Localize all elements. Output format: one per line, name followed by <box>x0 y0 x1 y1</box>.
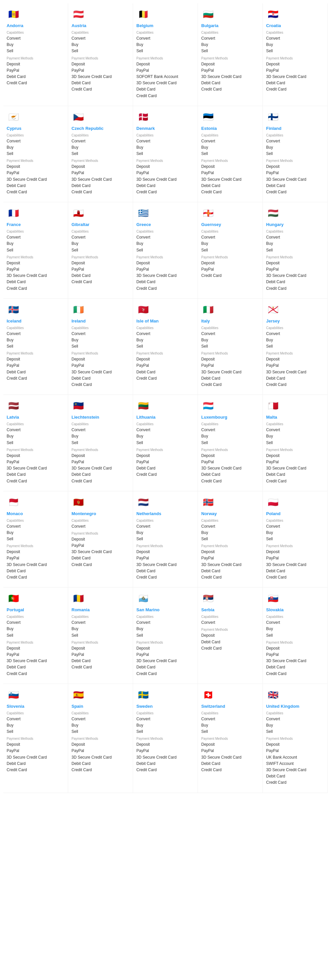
country-name[interactable]: Serbia <box>201 607 259 612</box>
country-card: 🇯🇪JerseyCapabilitiesConvertBuySellPaymen… <box>263 299 328 395</box>
capabilities-list: Convert <box>201 619 259 626</box>
payment-item: 3D Secure Credit Card <box>201 177 259 183</box>
capability-item: Convert <box>72 331 130 337</box>
payment-item: 3D Secure Credit Card <box>72 74 130 80</box>
capabilities-list: ConvertBuySell <box>136 35 194 54</box>
payment-item: Deposit <box>201 164 259 170</box>
country-name[interactable]: Isle of Man <box>136 318 194 323</box>
country-name[interactable]: Jersey <box>266 318 324 323</box>
country-name[interactable]: Monaco <box>6 511 64 516</box>
country-name[interactable]: Malta <box>266 415 324 420</box>
country-name[interactable]: Liechtenstein <box>72 415 130 420</box>
capability-item: Sell <box>266 151 324 157</box>
payment-item: Credit Card <box>201 478 259 484</box>
payment-item: Deposit <box>201 632 259 639</box>
country-name[interactable]: United Kingdom <box>266 704 324 709</box>
payment-methods-label: Payment Methods <box>136 448 194 452</box>
payment-methods-label: Payment Methods <box>201 448 259 452</box>
country-name[interactable]: France <box>6 222 64 227</box>
capability-item: Sell <box>72 343 130 350</box>
country-name[interactable]: Austria <box>72 23 130 28</box>
capability-item: Convert <box>201 138 259 145</box>
country-card: 🇬🇬GuernseyCapabilitiesConvertBuySellPaym… <box>198 202 263 299</box>
capability-item: Buy <box>266 240 324 247</box>
capability-item: Convert <box>266 234 324 240</box>
country-name[interactable]: Poland <box>266 511 324 516</box>
country-name[interactable]: Ireland <box>72 318 130 323</box>
capability-item: Sell <box>136 632 194 639</box>
country-name[interactable]: Luxembourg <box>201 415 259 420</box>
country-name[interactable]: San Marino <box>136 607 194 612</box>
country-name[interactable]: Bulgaria <box>201 23 259 28</box>
country-name[interactable]: Romania <box>72 607 130 612</box>
capabilities-label: Capabilities <box>72 519 130 522</box>
country-name[interactable]: Croatia <box>266 23 324 28</box>
payment-methods-label: Payment Methods <box>6 448 64 452</box>
country-name[interactable]: Denmark <box>136 126 194 131</box>
country-name[interactable]: Slovakia <box>266 607 324 612</box>
country-flag: 🇸🇪 <box>136 688 150 702</box>
country-flag: 🇮🇸 <box>6 303 21 317</box>
payment-item: PayPal <box>6 555 64 562</box>
country-name[interactable]: Gibraltar <box>72 222 130 227</box>
payment-methods-list: DepositPayPal3D Secure Credit CardDebit … <box>6 260 64 292</box>
capabilities-label: Capabilities <box>72 615 130 619</box>
country-card: 🇵🇱PolandCapabilitiesConvertBuySellPaymen… <box>263 491 328 588</box>
capabilities-list: ConvertBuySell <box>136 619 194 639</box>
payment-item: Debit Card <box>6 471 64 478</box>
country-flag: 🇬🇮 <box>72 206 85 220</box>
payment-item: 3D Secure Credit Card <box>266 562 324 568</box>
capabilities-list: ConvertBuySell <box>136 427 194 446</box>
country-flag: 🇫🇷 <box>6 206 21 220</box>
payment-item: Credit Card <box>136 93 194 99</box>
payment-item: Debit Card <box>201 80 259 86</box>
capability-item: Convert <box>136 331 194 337</box>
payment-methods-label: Payment Methods <box>201 255 259 259</box>
payment-methods-label: Payment Methods <box>6 352 64 355</box>
payment-item: PayPal <box>201 67 259 74</box>
capability-item: Buy <box>6 626 64 632</box>
country-name[interactable]: Lithuania <box>136 415 194 420</box>
payment-item: PayPal <box>201 170 259 176</box>
capabilities-list: ConvertBuySell <box>6 619 64 639</box>
country-name[interactable]: Iceland <box>6 318 64 323</box>
payment-item: Deposit <box>6 453 64 459</box>
capability-item: Convert <box>6 427 64 433</box>
country-name[interactable]: Slovenia <box>6 704 64 709</box>
payment-item: Debit Card <box>6 74 64 80</box>
country-name[interactable]: Hungary <box>266 222 324 227</box>
country-name[interactable]: Cyprus <box>6 126 64 131</box>
capability-item: Convert <box>6 138 64 145</box>
country-name[interactable]: Switzerland <box>201 704 259 709</box>
payment-item: 3D Secure Credit Card <box>6 658 64 664</box>
capability-item: Sell <box>266 536 324 542</box>
country-name[interactable]: Estonia <box>201 126 259 131</box>
country-name[interactable]: Spain <box>72 704 130 709</box>
capability-item: Buy <box>72 433 130 439</box>
country-name[interactable]: Portugal <box>6 607 64 612</box>
capability-item: Buy <box>136 722 194 729</box>
country-name[interactable]: Sweden <box>136 704 194 709</box>
country-name[interactable]: Norway <box>201 511 259 516</box>
capability-item: Convert <box>72 138 130 145</box>
payment-item: Credit Card <box>266 671 324 677</box>
country-name[interactable]: Netherlands <box>136 511 194 516</box>
country-name[interactable]: Guernsey <box>201 222 259 227</box>
payment-methods-label: Payment Methods <box>6 641 64 644</box>
payment-item: Deposit <box>72 645 130 652</box>
country-name[interactable]: Greece <box>136 222 194 227</box>
country-name[interactable]: Italy <box>201 318 259 323</box>
country-name[interactable]: Latvia <box>6 415 64 420</box>
country-name[interactable]: Montenegro <box>72 511 130 516</box>
payment-item: Debit Card <box>266 183 324 189</box>
payment-item: 3D Secure Credit Card <box>136 177 194 183</box>
capabilities-label: Capabilities <box>266 519 324 522</box>
country-flag: 🇦🇩 <box>6 7 21 21</box>
country-name[interactable]: Andorra <box>6 23 64 28</box>
country-flag: 🇯🇪 <box>266 303 280 317</box>
country-name[interactable]: Finland <box>266 126 324 131</box>
country-name[interactable]: Belgium <box>136 23 194 28</box>
payment-item: Credit Card <box>136 471 194 478</box>
payment-item: Deposit <box>201 741 259 748</box>
country-name[interactable]: Czech Republic <box>72 126 130 131</box>
